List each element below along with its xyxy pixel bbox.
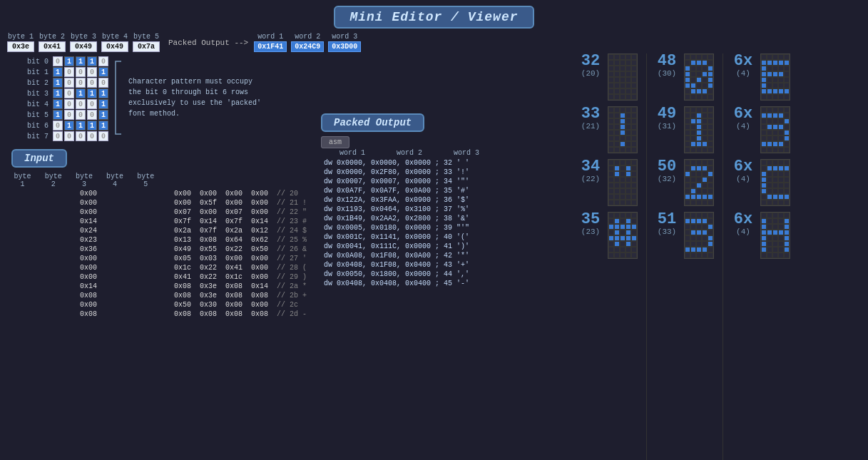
input-cell: 0x00 <box>247 300 272 310</box>
glyph-pixel <box>702 60 708 66</box>
input-cell: 0x00 <box>7 208 170 217</box>
input-table-row: 0x000x050x030x000x00// 27 ' <box>7 254 311 263</box>
output-col-word2: word 2 <box>381 149 438 157</box>
glyph-pixel <box>761 124 767 130</box>
glyph-pixel <box>690 60 696 66</box>
glyph-pixel <box>631 200 637 205</box>
bit-cell-r0c2: 1 <box>76 56 86 66</box>
glyph-pixel <box>772 165 778 171</box>
glyph-pixel <box>626 83 631 88</box>
asm-tab[interactable]: asm <box>321 136 349 148</box>
byte4-label: byte 4 <box>102 33 128 41</box>
glyph-pixel <box>767 107 772 113</box>
glyph-pixel <box>708 77 713 83</box>
output-table-row: dw 0x0050, 0x1800, 0x0000 ; 44 ',' <box>321 270 472 279</box>
input-cell: 0x62 <box>247 235 272 245</box>
glyph-pixel <box>696 107 702 113</box>
glyph-pixel <box>608 252 614 258</box>
glyph-pixel <box>685 124 690 130</box>
glyph-pixel <box>620 247 626 252</box>
glyph-pixel <box>620 194 626 200</box>
glyph-number: 6x(4) <box>729 106 757 153</box>
glyph-number: 50(32) <box>653 159 681 206</box>
glyph-pixel <box>761 230 767 235</box>
glyph-pixel <box>690 235 696 241</box>
glyph-pixel <box>708 130 713 136</box>
glyph-pixel <box>696 77 702 83</box>
glyph-pixel <box>784 124 790 130</box>
glyph-pixel <box>772 213 778 218</box>
glyph-pixel <box>778 177 784 183</box>
input-table-container[interactable]: byte 1byte 2byte 3byte 4byte 5 0x000x000… <box>7 172 311 319</box>
glyph-pixel <box>614 200 620 205</box>
glyph-pixel <box>626 113 631 118</box>
glyph-pixel <box>772 230 778 235</box>
glyph-pixel <box>761 235 767 241</box>
glyph-pixel <box>620 113 626 118</box>
glyph-pixel <box>608 136 614 141</box>
glyph-pixel <box>761 247 767 252</box>
glyph-pixel <box>708 224 713 230</box>
glyph-pixel <box>767 235 772 241</box>
bit-cell-r7c3: 0 <box>87 131 97 141</box>
word2-top-label: word 2 <box>295 33 320 41</box>
glyph-pixel <box>631 130 637 136</box>
glyph-item: 33(21) <box>576 106 640 153</box>
glyph-pixel <box>696 60 702 66</box>
glyph-pixel <box>685 94 690 100</box>
glyph-pixel <box>631 124 637 130</box>
glyph-pixel <box>772 247 778 252</box>
bit-cell-r4c0: 1 <box>53 99 63 109</box>
bit-cell-r4c1: 0 <box>64 99 74 109</box>
input-cell: 0x00 <box>170 198 195 208</box>
glyph-pixel <box>608 77 614 83</box>
input-cell: 0x00 <box>247 263 272 272</box>
glyph-pixel <box>608 171 614 177</box>
glyph-num-sub: (21) <box>581 122 600 131</box>
output-row-text: dw 0x1B49, 0x2AA2, 0x2800 ; 38 '&' <box>321 214 472 223</box>
glyph-pixel <box>608 60 614 66</box>
glyph-grid <box>684 53 714 101</box>
glyph-pixel <box>702 71 708 77</box>
glyph-pixel <box>708 71 713 77</box>
input-cell: 0x00 <box>7 263 170 272</box>
input-cell: 0x22 <box>195 272 221 282</box>
glyph-num-sub: (4) <box>736 175 750 183</box>
bit-row-label-3: bit 3 <box>26 90 48 98</box>
glyph-pixel <box>620 60 626 66</box>
bit-cell-r2c1: 0 <box>64 78 74 88</box>
glyph-pixel <box>772 147 778 153</box>
glyph-pixel <box>696 94 702 100</box>
bit-grid: bit 001110bit 110001bit 210000bit 310111… <box>26 56 108 142</box>
glyph-pixel <box>631 118 637 124</box>
glyph-pixel <box>626 124 631 130</box>
header: Mini Editor / Viewer <box>0 0 868 31</box>
glyph-pixel <box>614 183 620 188</box>
input-table-row: 0x140x7f0x140x7f0x14// 23 # <box>7 217 311 226</box>
glyph-pixel <box>608 71 614 77</box>
glyph-pixel <box>685 54 690 60</box>
glyph-pixel <box>772 224 778 230</box>
glyph-pixel <box>696 71 702 77</box>
glyph-pixel <box>784 118 790 124</box>
output-table-container[interactable]: dw 0x0000, 0x0000, 0x0000 ; 32 ' 'dw 0x0… <box>321 158 565 288</box>
glyph-pixel <box>772 171 778 177</box>
glyph-pixel <box>690 77 696 83</box>
bit-cell-r6c3: 1 <box>87 121 97 131</box>
input-cell: 0x03 <box>195 254 221 263</box>
glyph-pixel <box>778 60 784 66</box>
glyph-item: 48(30) <box>653 53 717 101</box>
glyph-number: 51(33) <box>653 212 681 259</box>
glyph-pixel <box>772 241 778 247</box>
glyph-pixel <box>631 88 637 94</box>
input-comment: // 2d - <box>272 310 311 319</box>
glyph-pixel <box>690 177 696 183</box>
glyph-pixel <box>690 165 696 171</box>
glyph-pixel <box>631 194 637 200</box>
glyph-pixel <box>702 94 708 100</box>
glyph-pixel <box>761 183 767 188</box>
glyph-pixel <box>685 77 690 83</box>
glyph-pixel <box>761 60 767 66</box>
glyph-pixel <box>614 83 620 88</box>
glyph-pixel <box>696 183 702 188</box>
